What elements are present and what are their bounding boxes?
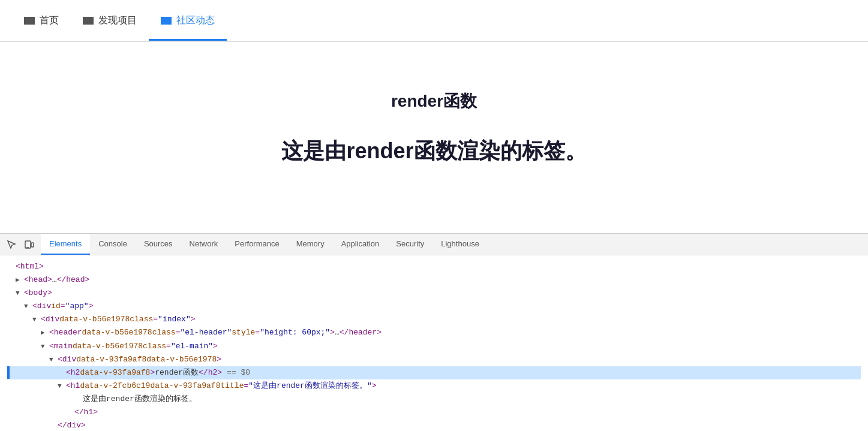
arrow-div-93[interactable] (49, 354, 58, 366)
arrow-div-index[interactable] (32, 314, 41, 325)
code-line-main[interactable]: <main data-v-b56e1978 class = "el-main" … (7, 340, 861, 353)
tab-memory[interactable]: Memory (288, 234, 333, 255)
code-line-div-93[interactable]: <div data-v-93fa9af8 data-v-b56e1978 > (7, 353, 861, 366)
devtools-toolbar: Elements Console Sources Network Perform… (0, 234, 868, 255)
render-subtitle-container: 这是由render函数渲染的标签。 (281, 137, 586, 166)
arrow-div-app[interactable] (24, 301, 32, 312)
svg-rect-0 (25, 241, 31, 248)
nav-item-home[interactable]: 首页 (12, 0, 71, 41)
discover-icon (83, 17, 94, 25)
home-icon (24, 17, 35, 25)
arrow-h1[interactable] (58, 381, 66, 392)
arrow-body[interactable] (16, 288, 24, 299)
code-line-div-index[interactable]: <div data-v-b56e1978 class = "index" > (7, 313, 861, 326)
render-title-container: render函数 (391, 90, 477, 137)
svg-rect-1 (31, 243, 34, 247)
tab-console[interactable]: Console (90, 234, 136, 255)
nav-label-home: 首页 (40, 14, 59, 27)
tab-elements[interactable]: Elements (41, 234, 90, 255)
nav-item-discover[interactable]: 发现项目 (71, 0, 149, 41)
device-icon (25, 240, 34, 249)
arrow-head[interactable] (16, 275, 24, 286)
main-content: render函数 这是由render函数渲染的标签。 (0, 42, 868, 233)
code-line-h1-close: </h1> (7, 406, 861, 419)
render-subtitle: 这是由render函数渲染的标签。 (281, 137, 586, 166)
code-line-div-app[interactable]: <div id = "app" > (7, 300, 861, 313)
tab-network[interactable]: Network (181, 234, 227, 255)
code-line-header[interactable]: <header data-v-b56e1978 class = "el-head… (7, 326, 861, 339)
tab-security[interactable]: Security (388, 234, 433, 255)
community-icon (161, 17, 172, 25)
tab-performance[interactable]: Performance (226, 234, 287, 255)
render-title: render函数 (391, 90, 477, 113)
nav-label-community: 社区动态 (176, 14, 215, 27)
inspect-icon (7, 240, 16, 249)
top-nav: 首页 发现项目 社区动态 (0, 0, 868, 42)
selected-line-indicator (7, 366, 10, 379)
tab-sources[interactable]: Sources (136, 234, 181, 255)
code-line-h2-selected[interactable]: <h2 data-v-93fa9af8 > render函数 </h2> == … (7, 366, 861, 379)
code-line-head[interactable]: <head> … </head> (7, 273, 861, 287)
code-line-div-close: </div> (7, 419, 861, 431)
devtools-code-content: <html> <head> … </head> <body> <div id =… (0, 255, 868, 431)
nav-label-discover: 发现项目 (98, 14, 137, 27)
code-line-html: <html> (7, 260, 861, 273)
tab-lighthouse[interactable]: Lighthouse (433, 234, 488, 255)
devtools-panel: Elements Console Sources Network Perform… (0, 233, 868, 431)
arrow-header[interactable] (41, 327, 49, 339)
code-line-h1[interactable]: <h1 data-v-2fcb6c19 data-v-93fa9af8 titl… (7, 379, 861, 393)
inspect-button[interactable] (3, 236, 20, 253)
code-line-body[interactable]: <body> (7, 287, 861, 300)
code-line-h1-text: 这是由render函数渲染的标签。 (7, 393, 861, 406)
nav-item-community[interactable]: 社区动态 (149, 0, 227, 41)
tab-application[interactable]: Application (333, 234, 388, 255)
arrow-main[interactable] (41, 341, 49, 352)
device-toggle-button[interactable] (21, 236, 38, 253)
devtools-tabs: Elements Console Sources Network Perform… (41, 234, 488, 255)
